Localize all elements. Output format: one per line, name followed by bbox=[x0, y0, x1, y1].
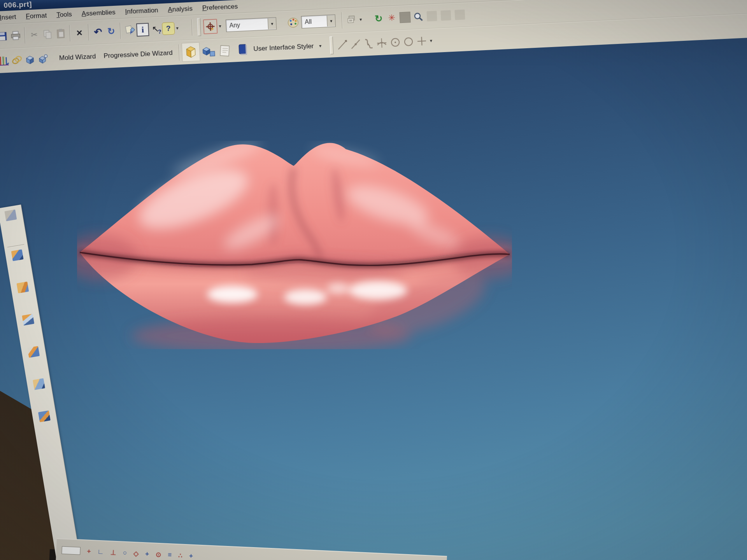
context-help-icon[interactable]: ↖ ? bbox=[149, 22, 163, 36]
snap-type-filter-combo[interactable]: Any ▾ bbox=[226, 17, 277, 32]
disabled-tool-icon[interactable] bbox=[398, 10, 412, 24]
chevron-down-icon[interactable]: ▾ bbox=[317, 43, 323, 49]
toolbar-separator bbox=[24, 27, 26, 44]
chevron-down-icon[interactable]: ▾ bbox=[174, 25, 180, 31]
snap-icon[interactable]: ∴ bbox=[178, 551, 183, 560]
chevron-down-icon[interactable]: ▾ bbox=[217, 23, 223, 29]
toolbar-separator bbox=[341, 12, 343, 28]
feature-tool-icon[interactable] bbox=[11, 249, 24, 261]
toolbar-separator bbox=[120, 23, 121, 39]
line-icon[interactable] bbox=[335, 38, 349, 52]
chevron-down-icon[interactable]: ▾ bbox=[358, 17, 364, 23]
progressive-die-wizard-button[interactable]: Progressive Die Wizard bbox=[100, 46, 177, 63]
snap-icon[interactable]: + bbox=[87, 548, 91, 555]
information-icon[interactable]: i bbox=[136, 23, 149, 37]
feature-tool-icon[interactable] bbox=[38, 410, 51, 422]
notepad-icon[interactable] bbox=[217, 41, 233, 60]
paste-icon[interactable] bbox=[54, 27, 68, 41]
help-icon[interactable]: ? bbox=[162, 22, 175, 35]
snap-point-icon[interactable] bbox=[203, 19, 218, 34]
user-interface-styler-button[interactable]: User Interface Styler bbox=[249, 39, 318, 56]
assemblies-icon[interactable] bbox=[200, 42, 217, 61]
toolbar-separator bbox=[69, 25, 71, 41]
point-icon[interactable] bbox=[415, 34, 429, 48]
snap-icon[interactable]: ∟ bbox=[97, 548, 104, 556]
snap-icon[interactable]: ○ bbox=[123, 549, 127, 557]
snap-icon[interactable]: + bbox=[189, 552, 193, 560]
slides-icon[interactable] bbox=[344, 13, 358, 27]
chevron-down-icon[interactable]: ▾ bbox=[327, 15, 335, 26]
line-midpoint-icon[interactable] bbox=[349, 37, 363, 51]
arc-icon[interactable] bbox=[375, 36, 389, 50]
menu-analysis[interactable]: Analysis bbox=[168, 5, 193, 14]
photo-of-monitor: + ∟ ⊥ ○ ◇ + ⊙ ≡ ∴ + 006.prt] Insert Form… bbox=[0, 0, 747, 560]
feature-tool-icon[interactable] bbox=[27, 346, 40, 358]
feature-tool-icon[interactable] bbox=[16, 282, 29, 293]
feature-tool-icon[interactable] bbox=[33, 378, 45, 390]
lips-model[interactable] bbox=[77, 141, 512, 349]
snap-icon[interactable]: ⊙ bbox=[156, 550, 161, 559]
toolbar-separator bbox=[88, 24, 89, 40]
layer-filter-combo[interactable]: All ▾ bbox=[301, 14, 336, 28]
menu-insert[interactable]: Insert bbox=[0, 13, 16, 21]
graphics-viewport[interactable] bbox=[0, 0, 747, 560]
feature-tool-icon[interactable] bbox=[4, 210, 17, 221]
zoom-icon[interactable] bbox=[411, 10, 425, 24]
toolbar-separator bbox=[7, 244, 25, 248]
chevron-down-icon[interactable]: ▾ bbox=[268, 18, 276, 29]
snap-icon[interactable]: ≡ bbox=[168, 551, 172, 559]
display-red-icon[interactable]: ✳ bbox=[385, 11, 399, 25]
blue-book-icon[interactable] bbox=[236, 43, 250, 57]
menu-assemblies[interactable]: Assemblies bbox=[81, 8, 116, 18]
snap-icon[interactable]: + bbox=[145, 550, 149, 558]
layer-filter-value: All bbox=[302, 18, 327, 26]
toolbar-separator bbox=[179, 44, 180, 61]
info-tag-icon[interactable] bbox=[123, 23, 137, 37]
snap-type-filter-value: Any bbox=[226, 20, 268, 29]
color-palette-icon[interactable] bbox=[286, 16, 300, 30]
faded-tool-icon[interactable] bbox=[426, 11, 437, 21]
print-icon[interactable] bbox=[9, 29, 23, 43]
boolean-block-icon[interactable] bbox=[36, 52, 50, 66]
feature-tool-icon[interactable] bbox=[22, 314, 34, 326]
faded-tool-icon[interactable] bbox=[440, 10, 451, 21]
start-part-icon[interactable] bbox=[182, 42, 200, 62]
sketch-rings-icon[interactable] bbox=[10, 53, 24, 67]
snap-icon[interactable]: ◇ bbox=[133, 549, 139, 558]
menu-tools[interactable]: Tools bbox=[56, 10, 72, 19]
mold-wizard-button[interactable]: Mold Wizard bbox=[55, 49, 100, 65]
delete-icon[interactable]: × bbox=[72, 26, 86, 40]
rotate-view-icon[interactable]: ↻ bbox=[104, 24, 118, 38]
chevron-down-icon[interactable]: ▾ bbox=[428, 38, 434, 44]
circle-icon[interactable] bbox=[402, 35, 416, 49]
datum-csys-icon[interactable] bbox=[0, 54, 11, 68]
save-icon[interactable] bbox=[0, 30, 9, 44]
snap-icon[interactable]: ⊥ bbox=[110, 548, 117, 557]
toolbar-grab-handle[interactable] bbox=[197, 18, 201, 36]
cut-icon[interactable]: ✂ bbox=[27, 28, 41, 42]
circle-center-icon[interactable]: ▾ bbox=[388, 35, 402, 49]
menu-preferences[interactable]: Preferences bbox=[202, 2, 238, 12]
copy-icon[interactable] bbox=[40, 27, 54, 41]
extrude-block-icon[interactable] bbox=[23, 52, 37, 66]
toolbar-grab-handle[interactable] bbox=[330, 36, 333, 54]
window-title: 006.prt] bbox=[4, 0, 32, 10]
menu-format[interactable]: Format bbox=[26, 12, 47, 21]
undo-icon[interactable]: ↶ bbox=[91, 25, 105, 39]
snap-mini-field[interactable] bbox=[61, 546, 81, 555]
spline-icon[interactable] bbox=[362, 37, 376, 51]
faded-tool-icon[interactable] bbox=[454, 9, 465, 20]
menu-information[interactable]: Information bbox=[125, 6, 158, 16]
refresh-green-icon[interactable]: ↻ bbox=[372, 12, 386, 26]
toolbar-separator bbox=[191, 19, 193, 35]
